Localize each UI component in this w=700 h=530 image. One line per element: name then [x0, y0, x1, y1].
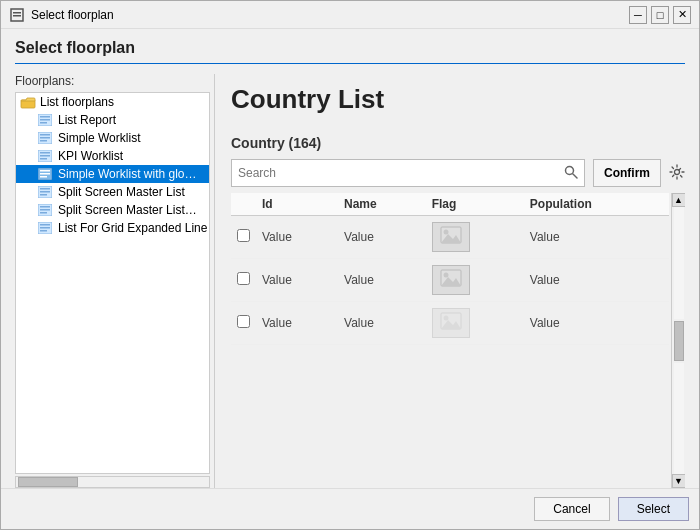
tree-node-label: List floorplans	[40, 95, 114, 109]
col-checkbox	[231, 193, 256, 216]
minimize-button[interactable]: ─	[629, 6, 647, 24]
settings-icon[interactable]	[669, 164, 685, 183]
list-icon	[38, 113, 54, 127]
row-checkbox[interactable]	[237, 229, 250, 242]
list-icon	[38, 167, 54, 181]
svg-rect-5	[40, 116, 50, 118]
folder-icon	[20, 95, 36, 109]
svg-rect-26	[40, 209, 50, 211]
tree-node-label: List For Grid Expanded Line	[58, 221, 207, 235]
svg-rect-9	[40, 134, 50, 136]
tree-node-list-grid-expanded[interactable]: List For Grid Expanded Line	[16, 219, 209, 237]
col-name: Name	[338, 193, 426, 216]
svg-rect-30	[40, 227, 50, 229]
title-bar-controls: ─ □ ✕	[629, 6, 691, 24]
search-box[interactable]	[231, 159, 585, 187]
tree-node-label: Simple Worklist with global action	[58, 167, 198, 181]
row-name: Value	[338, 259, 426, 302]
content-title: Country List	[231, 84, 685, 115]
svg-rect-19	[40, 176, 47, 178]
title-bar-left: Select floorplan	[9, 7, 114, 23]
svg-rect-2	[13, 15, 21, 17]
tree-node-split-screen-amount[interactable]: Split Screen Master List with amou	[16, 201, 209, 219]
flag-image-placeholder	[432, 308, 470, 338]
sidebar-tree[interactable]: List floorplans List Report	[15, 92, 210, 474]
tree-node-label: Simple Worklist	[58, 131, 140, 145]
row-flag	[426, 216, 524, 259]
tree-node-list-floorplans[interactable]: List floorplans	[16, 93, 209, 111]
row-id: Value	[256, 259, 338, 302]
main-content: Floorplans: List floorplans	[15, 74, 685, 488]
row-population: Value	[524, 259, 669, 302]
svg-rect-11	[40, 140, 47, 142]
col-population: Population	[524, 193, 669, 216]
row-checkbox[interactable]	[237, 272, 250, 285]
title-bar: Select floorplan ─ □ ✕	[1, 1, 699, 29]
tree-node-simple-worklist[interactable]: Simple Worklist	[16, 129, 209, 147]
svg-rect-17	[40, 170, 50, 172]
select-button[interactable]: Select	[618, 497, 689, 521]
search-input[interactable]	[238, 166, 560, 180]
svg-rect-29	[40, 224, 50, 226]
tree-node-label: KPI Worklist	[58, 149, 123, 163]
svg-rect-27	[40, 212, 47, 214]
scroll-thumb[interactable]	[674, 321, 684, 361]
search-icon	[564, 165, 578, 182]
list-icon	[38, 131, 54, 145]
table-header-row: Id Name Flag Population	[231, 193, 669, 216]
tree-node-split-screen-master[interactable]: Split Screen Master List	[16, 183, 209, 201]
footer: Cancel Select	[1, 488, 699, 529]
col-id: Id	[256, 193, 338, 216]
col-flag: Flag	[426, 193, 524, 216]
table-controls: Confirm	[231, 159, 685, 187]
window-icon	[9, 7, 25, 23]
vertical-scrollbar[interactable]: ▲ ▼	[671, 193, 685, 488]
image-icon	[440, 226, 462, 248]
list-icon	[38, 221, 54, 235]
scroll-down-arrow[interactable]: ▼	[672, 474, 686, 488]
svg-point-43	[443, 316, 448, 321]
svg-rect-25	[40, 206, 50, 208]
sidebar-scroll-thumb[interactable]	[18, 477, 78, 487]
maximize-button[interactable]: □	[651, 6, 669, 24]
sidebar-scrollbar[interactable]	[15, 476, 210, 488]
row-checkbox-cell[interactable]	[231, 302, 256, 345]
list-icon	[38, 185, 54, 199]
tree-node-kpi-worklist[interactable]: KPI Worklist	[16, 147, 209, 165]
svg-point-32	[566, 166, 574, 174]
table-scroll-area: Id Name Flag Population Val	[231, 193, 685, 488]
row-checkbox-cell[interactable]	[231, 216, 256, 259]
row-checkbox-cell[interactable]	[231, 259, 256, 302]
title-bar-text: Select floorplan	[31, 8, 114, 22]
tree-node-label: Split Screen Master List	[58, 185, 185, 199]
row-flag	[426, 259, 524, 302]
row-name: Value	[338, 216, 426, 259]
window-body: Select floorplan Floorplans: Lis	[1, 29, 699, 488]
row-checkbox[interactable]	[237, 315, 250, 328]
tree-node-simple-worklist-global[interactable]: Simple Worklist with global action	[16, 165, 209, 183]
row-id: Value	[256, 216, 338, 259]
svg-rect-15	[40, 158, 47, 160]
svg-rect-21	[40, 188, 50, 190]
flag-image-placeholder	[432, 222, 470, 252]
row-name: Value	[338, 302, 426, 345]
svg-point-40	[443, 273, 448, 278]
svg-rect-18	[40, 173, 50, 175]
row-id: Value	[256, 302, 338, 345]
cancel-button[interactable]: Cancel	[534, 497, 609, 521]
scroll-up-arrow[interactable]: ▲	[672, 193, 686, 207]
data-table: Id Name Flag Population Val	[231, 193, 669, 345]
page-title: Select floorplan	[15, 39, 685, 57]
close-button[interactable]: ✕	[673, 6, 691, 24]
svg-point-37	[443, 230, 448, 235]
svg-line-33	[573, 174, 577, 178]
flag-image-placeholder	[432, 265, 470, 295]
svg-rect-6	[40, 119, 50, 121]
svg-rect-13	[40, 152, 50, 154]
confirm-button[interactable]: Confirm	[593, 159, 661, 187]
list-icon	[38, 149, 54, 163]
svg-rect-7	[40, 122, 47, 124]
row-population: Value	[524, 302, 669, 345]
tree-node-list-report[interactable]: List Report	[16, 111, 209, 129]
list-icon	[38, 203, 54, 217]
